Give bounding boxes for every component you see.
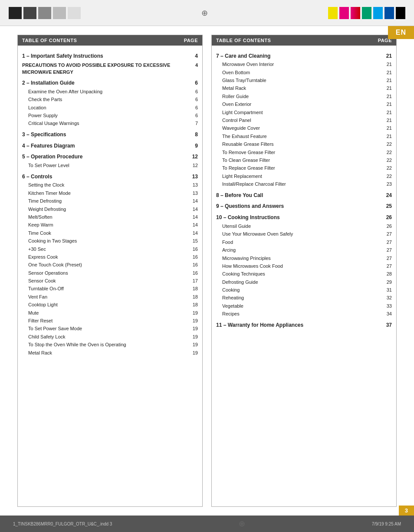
toc-sub-entry: Cooking in Two Stages15: [22, 237, 198, 245]
bottom-date: 7/9/19 9:25 AM: [372, 522, 401, 526]
sub-page: 13: [189, 182, 198, 188]
sub-title: To Set Power Save Mode: [28, 325, 189, 332]
sub-page: 22: [383, 149, 392, 156]
toc-sub-entry: Weight Defrosting14: [22, 205, 198, 213]
sub-page: 19: [189, 318, 198, 324]
toc-sub-entry: Time Cook14: [22, 229, 198, 237]
section-title: 3 – Specifications: [22, 131, 189, 138]
sub-title: Arcing: [222, 247, 383, 253]
sub-page: 27: [383, 247, 392, 253]
sub-page: 23: [383, 181, 392, 187]
sub-page: 16: [189, 246, 198, 253]
toc-sub-entry: To Replace Grease Filter22: [216, 164, 392, 172]
toc-sub-entry: Setting the Clock13: [22, 181, 198, 189]
sub-title: Time Cook: [28, 230, 189, 236]
toc-sub-entry: Sensor Cook17: [22, 277, 198, 285]
sub-title: Metal Rack: [28, 350, 189, 356]
toc-sub-entry: Microwave Oven Interior21: [216, 61, 392, 69]
sub-page: 14: [189, 206, 198, 213]
toc-title-left: TABLE OF CONTENTS: [22, 38, 77, 43]
toc-row: TABLE OF CONTENTS PAGE 1 – Important Saf…: [17, 35, 397, 507]
sub-page: 6: [189, 96, 198, 103]
toc-sub-entry: Recipes34: [216, 310, 392, 318]
top-bar-swatches-right: [328, 7, 405, 19]
sub-page: 14: [189, 198, 198, 204]
sub-page: 18: [189, 286, 198, 292]
sub-title: Vent Fan: [28, 294, 189, 300]
toc-sub-entry: Arcing27: [216, 246, 392, 254]
section-page: 25: [383, 203, 392, 210]
sub-title: Child Safety Lock: [28, 334, 189, 340]
toc-sub-entry: Child Safety Lock19: [22, 333, 198, 341]
toc-section: 5 – Operation Procedure12: [22, 153, 198, 161]
section-title: 7 – Care and Cleaning: [216, 53, 383, 60]
section-page: 13: [189, 173, 198, 181]
sub-title: To Stop the Oven While the Oven is Opera…: [28, 342, 189, 348]
sub-page: 17: [189, 278, 198, 284]
sub-page: 22: [383, 157, 392, 164]
sub-title: Waveguide Cover: [222, 125, 383, 131]
language-badge: EN: [388, 26, 414, 39]
sub-title: Turntable On-Off: [28, 286, 189, 292]
toc-sub-entry: Mute19: [22, 309, 198, 317]
sub-title: Utensil Guide: [222, 223, 383, 230]
toc-panel-right: TABLE OF CONTENTS PAGE 7 – Care and Clea…: [211, 35, 397, 507]
section-title: 5 – Operation Procedure: [22, 153, 189, 161]
toc-title-right: TABLE OF CONTENTS: [216, 38, 271, 43]
section-page: 9: [189, 142, 198, 150]
sub-title: Check the Parts: [28, 96, 189, 103]
sub-page: 19: [189, 334, 198, 340]
sub-page: 14: [189, 214, 198, 220]
toc-sub-entry: Vent Fan18: [22, 293, 198, 301]
sub-title: Metal Rack: [222, 85, 383, 92]
section-title: 6 – Controls: [22, 173, 189, 181]
sub-title: To Replace Grease Filter: [222, 165, 383, 171]
sub-page: 21: [383, 117, 392, 124]
toc-sub-entry: Reheating32: [216, 294, 392, 302]
sub-page: 21: [383, 109, 392, 116]
sub-page: 12: [189, 162, 198, 169]
sub-page: 19: [189, 325, 198, 332]
sub-title: Microwaving Principles: [222, 255, 383, 262]
toc-header-left: TABLE OF CONTENTS PAGE: [18, 35, 202, 46]
sub-title: Location: [28, 105, 189, 111]
sub-title: Reusable Grease Filters: [222, 141, 383, 148]
sub-page: 27: [383, 255, 392, 262]
sub-title: How Microwaves Cook Food: [222, 263, 383, 269]
toc-sub-entry: Utensil Guide26: [216, 222, 392, 230]
toc-sub-entry: Location6: [22, 104, 198, 112]
swatch-dark-gray: [23, 7, 36, 19]
toc-sub-entry: To Set Power Save Mode19: [22, 325, 198, 333]
sub-title: One Touch Cook (Preset): [28, 262, 189, 268]
toc-body-right: 7 – Care and Cleaning21Microwave Oven In…: [212, 46, 396, 333]
sub-title: Sensor Operations: [28, 270, 189, 276]
sub-page: 34: [383, 311, 392, 317]
sub-page: 6: [189, 105, 198, 111]
toc-sub-entry: +30 Sec16: [22, 245, 198, 253]
swatch-magenta: [339, 7, 349, 19]
toc-section: 7 – Care and Cleaning21: [216, 52, 392, 60]
toc-sub-entry: To Stop the Oven While the Oven is Opera…: [22, 341, 198, 349]
sub-title: Cooktop Light: [28, 302, 189, 308]
toc-sub-entry: Kitchen Timer Mode13: [22, 189, 198, 197]
sub-title: Filter Reset: [28, 318, 189, 324]
section-title: 1 – Important Safety Instructions: [22, 53, 189, 60]
section-page: 37: [383, 322, 392, 329]
toc-sub-entry: Metal Rack19: [22, 349, 198, 357]
sub-page: 22: [383, 165, 392, 171]
registration-mark-top: ⊕: [201, 8, 208, 18]
sub-title: Oven Bottom: [222, 69, 383, 76]
section-title: 4 – Features Diagram: [22, 142, 189, 150]
swatch-red: [351, 7, 360, 19]
section-page: 26: [383, 214, 392, 221]
sub-page: 14: [189, 230, 198, 236]
sub-title: Cooking in Two Stages: [28, 238, 189, 244]
sub-title: Reheating: [222, 295, 383, 301]
sub-title: Melt/Soften: [28, 214, 189, 220]
sub-title: Recipes: [222, 311, 383, 317]
sub-title: Light Compartment: [222, 109, 383, 116]
sub-page: 16: [189, 270, 198, 276]
sub-title: Weight Defrosting: [28, 206, 189, 213]
toc-section: 11 – Warranty for Home Appliances37: [216, 321, 392, 329]
sub-title: Roller Guide: [222, 93, 383, 100]
